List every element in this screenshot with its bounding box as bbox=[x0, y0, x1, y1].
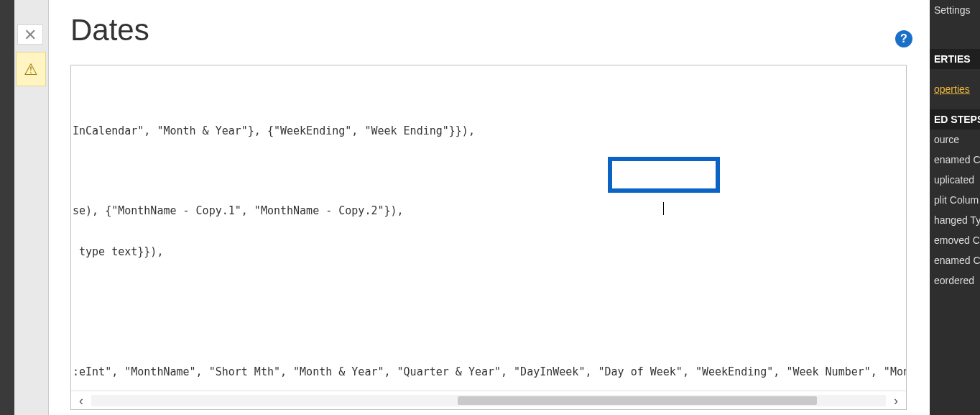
dialog-main: Dates ? InCalendar", "Month & Year"}, {"… bbox=[49, 0, 930, 415]
scroll-left-button[interactable]: ‹ bbox=[71, 391, 91, 410]
properties-header: ERTIES bbox=[930, 49, 980, 69]
query-settings-panel: Settings ERTIES operties ED STEPS ourcee… bbox=[930, 0, 980, 415]
applied-step[interactable]: enamed C bbox=[930, 250, 980, 270]
scroll-right-button[interactable]: › bbox=[886, 391, 906, 410]
close-icon[interactable]: ✕ bbox=[17, 24, 43, 45]
editor-content[interactable]: InCalendar", "Month & Year"}, {"WeekEndi… bbox=[71, 65, 907, 382]
warning-icon: ⚠ bbox=[17, 53, 45, 87]
applied-step[interactable]: hanged Ty bbox=[930, 210, 980, 230]
applied-step[interactable]: plit Colum bbox=[930, 190, 980, 210]
horizontal-scrollbar[interactable]: ‹ › bbox=[71, 391, 906, 409]
all-properties-link[interactable]: operties bbox=[930, 79, 980, 99]
window-left-strip bbox=[0, 0, 14, 415]
code-line: se), {"MonthName - Copy.1", "MonthName -… bbox=[71, 204, 907, 218]
scroll-track[interactable] bbox=[91, 395, 886, 406]
applied-step[interactable]: emoved C bbox=[930, 230, 980, 250]
code-line: :eInt", "MonthName", "Short Mth", "Month… bbox=[71, 365, 907, 379]
code-line: InCalendar", "Month & Year"}, {"WeekEndi… bbox=[71, 124, 907, 138]
applied-step[interactable]: ource bbox=[930, 129, 980, 150]
code-line: type text}}), bbox=[71, 245, 907, 259]
advanced-editor[interactable]: InCalendar", "Month & Year"}, {"WeekEndi… bbox=[70, 65, 907, 410]
help-icon[interactable]: ? bbox=[895, 30, 912, 47]
text-cursor bbox=[663, 202, 664, 215]
applied-step[interactable]: eordered bbox=[930, 270, 980, 291]
scroll-thumb[interactable] bbox=[458, 396, 817, 405]
applied-step[interactable]: enamed C bbox=[930, 150, 980, 170]
settings-title: Settings bbox=[930, 0, 980, 20]
dialog-title: Dates bbox=[70, 13, 149, 47]
applied-steps-header: ED STEPS bbox=[930, 109, 980, 129]
warning-indicator[interactable]: ⚠ bbox=[16, 52, 46, 86]
applied-step[interactable]: uplicated bbox=[930, 170, 980, 190]
